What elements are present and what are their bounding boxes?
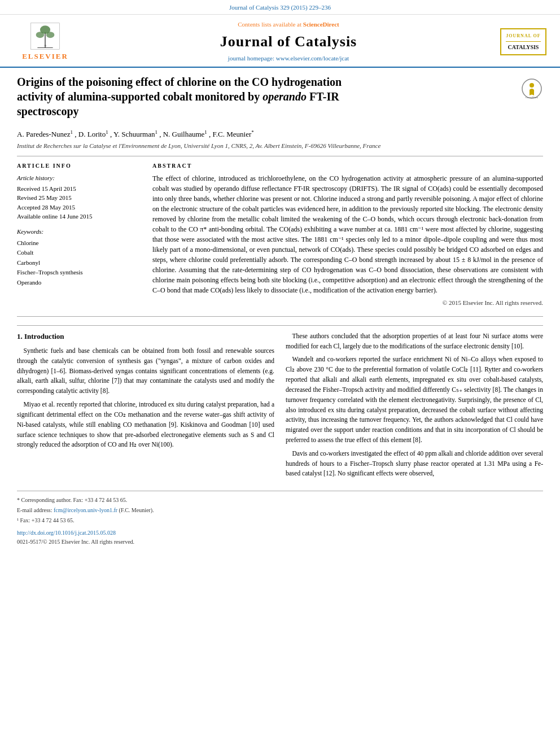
footnote-1: ¹ Fax: +33 4 72 44 53 65.	[17, 516, 543, 525]
sciencedirect-name: ScienceDirect	[303, 21, 339, 28]
keyword-1: Chlorine	[17, 238, 141, 248]
keyword-3: Carbonyl	[17, 258, 141, 268]
footer-area: * Corresponding author. Fax: +33 4 72 44…	[17, 491, 543, 547]
intro-left-col: 1. Introduction Synthetic fuels and base…	[17, 331, 274, 482]
intro-right-para-1: These authors concluded that the adsorpt…	[286, 331, 543, 352]
received-date: Received 15 April 2015	[17, 184, 141, 194]
journal-homepage-line: journal homepage: www.elsevier.com/locat…	[79, 54, 498, 63]
journal-header-center: Contents lists available at ScienceDirec…	[79, 20, 498, 63]
keyword-5: Operando	[17, 278, 141, 288]
article-title: Origins of the poisoning effect of chlor…	[17, 75, 512, 119]
issn-line: 0021-9517/© 2015 Elsevier Inc. All right…	[17, 538, 543, 547]
introduction-section: 1. Introduction Synthetic fuels and base…	[17, 325, 543, 482]
journal-logo-box: JOURNAL OF CATALYSIS	[500, 28, 546, 55]
crossmark-badge: CrossMark	[520, 77, 543, 100]
journal-url: www.elsevier.com/locate/jcat	[276, 55, 349, 62]
journal-header: ⚗ ELSEVIER Contents lists available at S…	[0, 15, 560, 67]
svg-text:⚗: ⚗	[44, 45, 47, 47]
abstract-col: ABSTRACT The effect of chlorine, introdu…	[152, 162, 543, 307]
svg-text:CrossMark: CrossMark	[526, 96, 539, 99]
elsevier-logo: ⚗ ELSEVIER	[22, 22, 68, 62]
abstract-header: ABSTRACT	[152, 162, 543, 170]
intro-right-para-2: Wandelt and co-workers reported the surf…	[286, 355, 543, 445]
elsevier-tree-icon: ⚗	[28, 22, 62, 50]
journal-logo-top-text: JOURNAL OF	[506, 33, 540, 41]
keyword-2: Cobalt	[17, 248, 141, 258]
intro-columns: 1. Introduction Synthetic fuels and base…	[17, 331, 543, 482]
article-info-abstract-cols: ARTICLE INFO Article history: Received 1…	[17, 162, 543, 307]
available-date: Available online 14 June 2015	[17, 212, 141, 221]
intro-para-1: Synthetic fuels and base chemicals can b…	[17, 346, 274, 396]
article-info-col: ARTICLE INFO Article history: Received 1…	[17, 162, 141, 307]
journal-main-title: Journal of Catalysis	[79, 32, 498, 52]
svg-point-8	[530, 83, 534, 88]
crossmark-icon: CrossMark	[522, 78, 542, 99]
article-history-block: Article history: Received 15 April 2015 …	[17, 173, 141, 221]
corresponding-note: * Corresponding author. Fax: +33 4 72 44…	[17, 496, 543, 505]
keyword-4: Fischer–Tropsch synthesis	[17, 268, 141, 278]
history-label: Article history:	[17, 173, 141, 183]
intro-body-text-left: Synthetic fuels and base chemicals can b…	[17, 346, 274, 450]
intro-right-para-3: Davis and co-workers investigated the ef…	[286, 449, 543, 479]
journal-citation: Journal of Catalysis 329 (2015) 229–236	[229, 4, 331, 11]
keywords-label: Keywords:	[17, 227, 141, 237]
elsevier-logo-area: ⚗ ELSEVIER	[11, 22, 79, 62]
intro-section-title: 1. Introduction	[17, 331, 274, 342]
divider-2	[17, 316, 543, 317]
email-line: E-mail address: fcm@ircelyon.univ-lyon1.…	[17, 506, 543, 515]
svg-point-3	[36, 32, 45, 38]
journal-logo-box-area: JOURNAL OF CATALYSIS	[498, 28, 549, 55]
email-address: fcm@ircelyon.univ-lyon1.fr	[54, 507, 117, 513]
intro-para-2: Miyao et al. recently reported that chlo…	[17, 400, 274, 450]
affiliation-line: Institut de Recherches sur la Catalyse e…	[17, 142, 543, 150]
journal-logo-main-text: CATALYSIS	[506, 43, 540, 51]
article-title-text: Origins of the poisoning effect of chlor…	[17, 75, 512, 119]
elsevier-brand-text: ELSEVIER	[22, 51, 68, 62]
revised-date: Revised 25 May 2015	[17, 193, 141, 203]
authors-line: A. Paredes-Nunez1 , D. Lorito1 , Y. Schu…	[17, 129, 543, 140]
doi-link: http://dx.doi.org/10.1016/j.jcat.2015.05…	[17, 530, 116, 536]
accepted-date: Accepted 28 May 2015	[17, 203, 141, 212]
article-info-header: ARTICLE INFO	[17, 162, 141, 170]
divider-1	[17, 156, 543, 156]
intro-body-text-right: These authors concluded that the adsorpt…	[286, 331, 543, 479]
main-content: Origins of the poisoning effect of chlor…	[0, 68, 560, 558]
journal-banner: Journal of Catalysis 329 (2015) 229–236	[0, 0, 560, 15]
copyright-line: © 2015 Elsevier Inc. All rights reserved…	[152, 299, 543, 307]
sciencedirect-line: Contents lists available at ScienceDirec…	[79, 20, 498, 29]
intro-right-col: These authors concluded that the adsorpt…	[286, 331, 543, 482]
svg-point-4	[46, 32, 55, 38]
article-title-section: Origins of the poisoning effect of chlor…	[17, 75, 543, 123]
keywords-block: Keywords: Chlorine Cobalt Carbonyl Fisch…	[17, 227, 141, 288]
doi-line: http://dx.doi.org/10.1016/j.jcat.2015.05…	[17, 528, 543, 538]
abstract-text: The effect of chlorine, introduced as tr…	[152, 173, 543, 295]
